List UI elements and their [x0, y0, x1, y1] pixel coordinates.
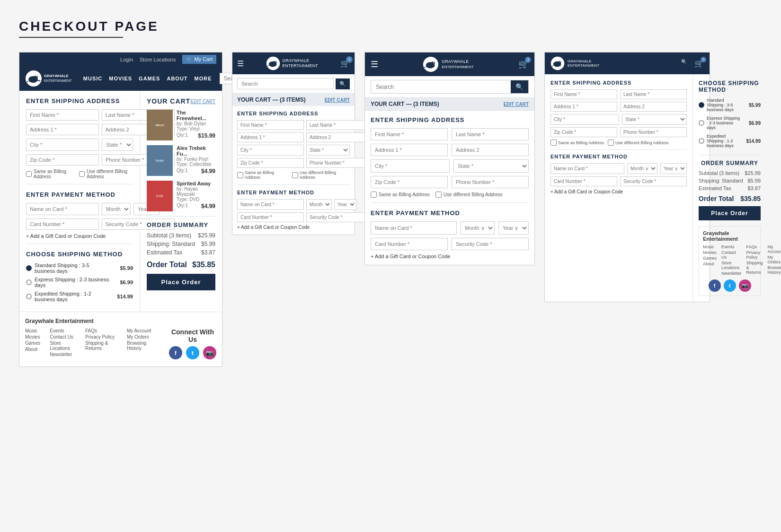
screen4-expedited-radio[interactable] [699, 138, 704, 144]
mobile-search-button[interactable]: 🔍 [336, 78, 350, 89]
screen4-city[interactable] [550, 114, 619, 125]
mobile-security-code[interactable] [306, 212, 373, 222]
footer-shipping-returns[interactable]: Shipping & Returns [85, 340, 117, 351]
tablet-search-input[interactable] [371, 81, 511, 93]
diff-billing-checkbox[interactable] [79, 171, 85, 177]
tablet-cart-icon[interactable]: 🛒 3 [518, 59, 529, 70]
tablet-address2[interactable] [452, 144, 529, 156]
tablet-hamburger[interactable]: ☰ [371, 59, 378, 70]
mobile-first-name[interactable] [237, 120, 304, 130]
footer-stores[interactable]: Store Locations [50, 340, 76, 351]
screen4-ship-ret[interactable]: Shipping & Returns [746, 261, 763, 275]
screen4-events[interactable]: Events [721, 244, 742, 249]
screen4-same-billing-cb[interactable] [550, 140, 557, 146]
footer-contact[interactable]: Contact Us [50, 334, 76, 340]
screen4-account[interactable]: My Account [768, 244, 781, 254]
footer-about[interactable]: About [25, 347, 40, 352]
footer-games[interactable]: Games [25, 340, 40, 346]
tablet-card-name[interactable] [371, 221, 457, 235]
nav-music[interactable]: MUSIC [83, 76, 102, 81]
screen4-instagram[interactable]: 📷 [739, 279, 751, 292]
footer-privacy[interactable]: Privacy Policy [85, 334, 117, 340]
screen4-music[interactable]: Music [703, 244, 717, 249]
tablet-city[interactable] [371, 159, 450, 173]
footer-orders[interactable]: My Orders [127, 334, 155, 340]
address1-input[interactable] [26, 124, 99, 135]
nav-games[interactable]: GAMES [139, 76, 160, 81]
mobile-same-billing-cb[interactable] [237, 172, 243, 178]
screen4-twitter[interactable]: t [724, 279, 736, 292]
footer-events[interactable]: Events [50, 328, 76, 333]
mobile-address1[interactable] [237, 132, 304, 142]
gift-card-link[interactable]: + Add a Gift Card or Coupon Code [26, 233, 133, 239]
state-select[interactable]: State * [102, 139, 133, 151]
mobile-month[interactable]: Month [306, 199, 332, 210]
screen4-month[interactable]: Month ∨ [627, 163, 657, 174]
mobile-search-input[interactable] [237, 78, 334, 89]
mobile-card-number[interactable] [237, 212, 304, 222]
screen4-games[interactable]: Games [703, 256, 717, 261]
screen4-cart[interactable]: 🛒 3 [694, 59, 704, 68]
screen4-zip[interactable] [550, 127, 617, 137]
screen4-express-radio[interactable] [699, 120, 704, 126]
tablet-first-name[interactable] [371, 128, 448, 140]
tablet-card-number[interactable] [371, 238, 448, 250]
screen4-security-code[interactable] [620, 176, 687, 186]
footer-history[interactable]: Browsing History [127, 340, 155, 351]
screen4-card-number[interactable] [550, 176, 617, 186]
twitter-icon[interactable]: t [186, 346, 199, 359]
screen4-about[interactable]: About [703, 262, 717, 266]
screen4-diff-billing-cb[interactable] [608, 140, 614, 146]
screen4-year[interactable]: Year ∨ [660, 163, 687, 174]
mobile-year[interactable]: Year [334, 199, 356, 210]
tablet-diff-billing-cb[interactable] [435, 192, 442, 198]
mobile-phone[interactable] [306, 158, 373, 168]
shipping-standard-radio[interactable] [26, 265, 32, 271]
footer-newsletter[interactable]: Newsletter [50, 352, 76, 357]
footer-faq[interactable]: FAQs [85, 328, 117, 333]
mobile-zip[interactable] [237, 158, 304, 168]
mobile-address2[interactable] [306, 132, 373, 142]
facebook-icon[interactable]: f [169, 346, 182, 359]
mobile-gift-link[interactable]: + Add a Gift Card or Coupon Code [237, 225, 350, 230]
screen4-card-name[interactable] [550, 163, 624, 174]
cart-icon-mobile[interactable]: 🛒 3 [340, 59, 350, 68]
zip-input[interactable] [26, 154, 99, 166]
tablet-search-button[interactable]: 🔍 [511, 80, 528, 93]
card-number-input[interactable] [26, 218, 99, 230]
city-input[interactable] [26, 139, 99, 151]
tablet-same-billing-cb[interactable] [371, 192, 377, 198]
screen4-last-name[interactable] [620, 89, 687, 99]
screen4-browse[interactable]: Browsing History [768, 265, 781, 275]
screen4-search-icon[interactable]: 🔍 [681, 59, 687, 68]
screen4-privacy[interactable]: Privacy Policy [746, 250, 763, 260]
screen4-faq[interactable]: FAQs [746, 244, 763, 249]
mobile-edit-cart[interactable]: EDIT CART [325, 97, 350, 103]
screen4-gift-link[interactable]: + Add a Gift Card or Coupon Code [550, 189, 687, 194]
mobile-diff-billing-cb[interactable] [292, 172, 298, 178]
screen4-first-name[interactable] [550, 89, 617, 99]
shipping-express-radio[interactable] [26, 279, 32, 285]
same-billing-checkbox[interactable] [26, 171, 32, 177]
hamburger-icon[interactable]: ☰ [237, 59, 244, 68]
tablet-last-name[interactable] [452, 128, 529, 140]
tablet-zip[interactable] [371, 176, 448, 188]
screen4-address1[interactable] [550, 102, 617, 112]
screen4-newsletter[interactable]: Newsletter [721, 271, 742, 276]
place-order-button[interactable]: Place Order [147, 274, 215, 290]
nav-about[interactable]: ABOUT [167, 76, 187, 81]
screen4-standard-radio[interactable] [699, 102, 704, 108]
tablet-gift-link[interactable]: + Add a Gift Card or Coupon Code [371, 253, 529, 259]
screen4-store-loc[interactable]: Store Locations [721, 261, 742, 270]
mobile-city[interactable] [237, 145, 304, 156]
screen4-orders[interactable]: My Orders [768, 255, 781, 264]
cart-button[interactable]: 🛒 My Cart [182, 55, 216, 64]
mobile-last-name[interactable] [306, 120, 373, 130]
login-link[interactable]: Login [120, 57, 133, 62]
edit-cart-link[interactable]: EDIT CART [191, 99, 215, 104]
footer-music[interactable]: Music [25, 328, 40, 333]
shipping-expedited-radio[interactable] [26, 294, 32, 299]
tablet-phone[interactable] [452, 176, 529, 188]
instagram-icon[interactable]: 📷 [203, 346, 216, 359]
footer-movies[interactable]: Movies [25, 334, 40, 340]
